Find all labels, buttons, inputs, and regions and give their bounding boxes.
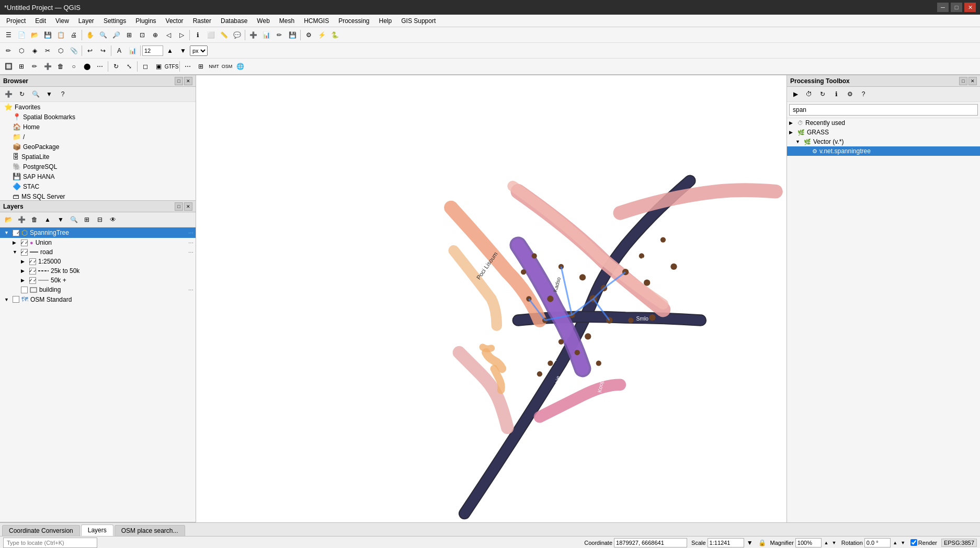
cb-road[interactable]: ✓ bbox=[21, 249, 28, 256]
menu-settings[interactable]: Settings bbox=[99, 16, 130, 26]
menu-processing[interactable]: Processing bbox=[334, 16, 373, 26]
map-area[interactable]: Poci Lisoum Kadso Coomsie Smlo Koscehie … bbox=[196, 75, 787, 522]
layer-scale-25-50[interactable]: ▶ ✓ 25k to 50k bbox=[17, 266, 196, 276]
browser-help[interactable]: ? bbox=[56, 88, 69, 100]
font-size-input[interactable] bbox=[142, 45, 163, 56]
tree-recently-used[interactable]: ▶ ⏱ Recently used bbox=[787, 118, 980, 128]
cb-spanning-tree[interactable]: ✓ bbox=[13, 230, 19, 236]
expand-scale25[interactable]: ▶ bbox=[21, 259, 27, 264]
tb-label[interactable]: A bbox=[113, 44, 126, 57]
locate-input[interactable] bbox=[3, 538, 97, 548]
expand-road[interactable]: ▼ bbox=[13, 249, 19, 255]
menu-plugins[interactable]: Plugins bbox=[131, 16, 160, 26]
menu-layer[interactable]: Layer bbox=[74, 16, 98, 26]
tb-identify[interactable]: ℹ bbox=[191, 29, 204, 41]
layers-filter[interactable]: 🔍 bbox=[67, 213, 80, 226]
layers-move-up[interactable]: ▲ bbox=[41, 213, 54, 226]
tree-grass[interactable]: ▶ 🌿 GRASS bbox=[787, 128, 980, 137]
browser-item-stac[interactable]: 🔷 STAC bbox=[0, 181, 196, 191]
grass-expand[interactable]: ▶ bbox=[789, 130, 795, 135]
tb-zoom-in[interactable]: 🔍 bbox=[97, 29, 109, 41]
tb-snap[interactable]: 🔲 bbox=[2, 60, 15, 73]
layers-collapse[interactable]: ⊟ bbox=[94, 213, 106, 226]
building-actions[interactable]: ⋯ bbox=[188, 287, 193, 293]
pt-run[interactable]: ▶ bbox=[789, 88, 802, 100]
rotation-up[interactable]: ▲ bbox=[892, 539, 898, 547]
tb-node[interactable]: ⬡ bbox=[15, 44, 28, 57]
expand-scale50[interactable]: ▶ bbox=[21, 278, 27, 283]
tb-more[interactable]: ⋯ bbox=[94, 60, 106, 73]
browser-item-mssql[interactable]: 🗃 MS SQL Server bbox=[0, 191, 196, 200]
tb-web[interactable]: 🌐 bbox=[234, 60, 246, 73]
expand-spanning-tree[interactable]: ▼ bbox=[4, 230, 10, 235]
tree-spanningtree[interactable]: ⚙ v.net.spanningtree bbox=[787, 146, 980, 156]
cb-scale2550[interactable]: ✓ bbox=[29, 268, 36, 275]
recently-used-expand[interactable]: ▶ bbox=[789, 120, 795, 125]
cb-scale50[interactable]: ✓ bbox=[29, 277, 36, 284]
processing-search-input[interactable]: span bbox=[789, 104, 978, 116]
layers-remove[interactable]: 🗑 bbox=[28, 213, 41, 226]
menu-gis-support[interactable]: GIS Support bbox=[397, 16, 440, 26]
scale-dropdown[interactable]: ▼ bbox=[746, 539, 754, 547]
browser-item-root[interactable]: 📁 / bbox=[0, 132, 196, 142]
tb-new[interactable]: 📄 bbox=[15, 29, 28, 41]
menu-web[interactable]: Web bbox=[253, 16, 274, 26]
menu-hcmgis[interactable]: HCMGIS bbox=[300, 16, 333, 26]
layers-toggle-all[interactable]: 👁 bbox=[107, 213, 119, 226]
magnifier-input[interactable] bbox=[795, 538, 822, 547]
browser-collapse[interactable]: ▼ bbox=[43, 88, 55, 100]
menu-view[interactable]: View bbox=[51, 16, 73, 26]
magnifier-up[interactable]: ▲ bbox=[823, 539, 829, 547]
tb-add2[interactable]: ➕ bbox=[41, 60, 54, 73]
union-actions[interactable]: ⋯ bbox=[188, 240, 193, 246]
layer-union[interactable]: ▶ ✓ ● Union ⋯ bbox=[8, 238, 196, 247]
menu-vector[interactable]: Vector bbox=[162, 16, 188, 26]
browser-close-btn[interactable]: ✕ bbox=[184, 77, 192, 85]
road-actions[interactable]: ⋯ bbox=[188, 249, 193, 255]
layer-spanning-tree[interactable]: ▼ ✓ ⬡ SpanningTree ⋯ bbox=[0, 227, 196, 238]
processing-float-btn[interactable]: □ bbox=[959, 77, 967, 85]
font-unit-select[interactable]: px bbox=[190, 45, 208, 56]
tb-print[interactable]: 🖨 bbox=[67, 29, 80, 41]
tb-open-field[interactable]: 📊 bbox=[260, 29, 272, 41]
minimize-button[interactable]: ─ bbox=[937, 3, 949, 12]
tb-open[interactable]: 📂 bbox=[28, 29, 41, 41]
layers-open[interactable]: 📂 bbox=[2, 213, 15, 226]
pt-info[interactable]: ℹ bbox=[830, 88, 842, 100]
menu-edit[interactable]: Edit bbox=[31, 16, 50, 26]
menu-database[interactable]: Database bbox=[216, 16, 252, 26]
layer-road[interactable]: ▼ ✓ road ⋯ bbox=[8, 247, 196, 257]
browser-item-home[interactable]: 🏠 Home bbox=[0, 122, 196, 132]
tree-vector[interactable]: ▼ 🌿 Vector (v.*) bbox=[787, 137, 980, 146]
menu-project[interactable]: Project bbox=[2, 16, 30, 26]
tb-osm[interactable]: OSM bbox=[221, 60, 233, 73]
render-checkbox[interactable] bbox=[910, 539, 917, 546]
menu-raster[interactable]: Raster bbox=[189, 16, 215, 26]
layers-close-btn[interactable]: ✕ bbox=[184, 202, 192, 211]
tb-redo[interactable]: ↪ bbox=[97, 44, 109, 57]
menu-help[interactable]: Help bbox=[375, 16, 396, 26]
tb-undo[interactable]: ↩ bbox=[84, 44, 96, 57]
tb-rotate[interactable]: ↻ bbox=[110, 60, 122, 73]
tb-add-layer[interactable]: ➕ bbox=[247, 29, 259, 41]
layer-scale-25000[interactable]: ▶ ✓ 1:25000 bbox=[17, 257, 196, 266]
tb-prev-extent[interactable]: ◁ bbox=[162, 29, 175, 41]
tb-pan[interactable]: ✋ bbox=[84, 29, 96, 41]
tb-zoom-full[interactable]: ⊞ bbox=[123, 29, 135, 41]
browser-item-postgresql[interactable]: 🐘 PostgreSQL bbox=[0, 162, 196, 172]
tb-fill[interactable]: ⬤ bbox=[81, 60, 93, 73]
expand-scale2550[interactable]: ▶ bbox=[21, 268, 27, 273]
tb-next-extent[interactable]: ▷ bbox=[175, 29, 188, 41]
pt-history[interactable]: ⏱ bbox=[803, 88, 815, 100]
tb-vertex[interactable]: ◈ bbox=[28, 44, 41, 57]
browser-filter[interactable]: 🔍 bbox=[29, 88, 42, 100]
tab-coordinate-conversion[interactable]: Coordinate Conversion bbox=[2, 525, 80, 536]
layers-expand[interactable]: ⊞ bbox=[81, 213, 93, 226]
tb-del[interactable]: 🗑 bbox=[54, 60, 67, 73]
tb-zoom-sel[interactable]: ⊕ bbox=[149, 29, 162, 41]
pt-refresh[interactable]: ↻ bbox=[816, 88, 829, 100]
layer-osm-standard[interactable]: ▼ 🗺 OSM Standard bbox=[0, 294, 196, 304]
tb-font-down[interactable]: ▼ bbox=[177, 44, 189, 57]
tb-settings[interactable]: ⚙ bbox=[302, 29, 315, 41]
tab-layers[interactable]: Layers bbox=[81, 524, 113, 536]
